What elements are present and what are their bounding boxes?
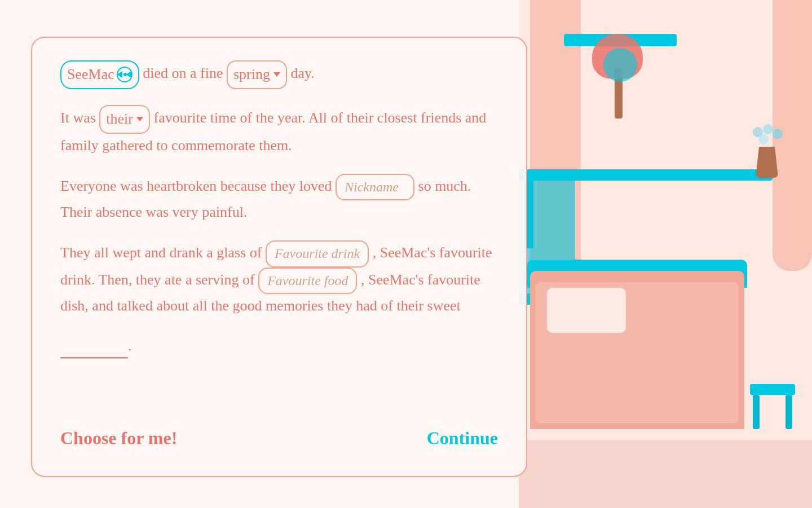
season-select[interactable]: spring xyxy=(227,60,287,89)
background-illustration xyxy=(519,0,812,508)
tree-foliage-2 xyxy=(603,48,637,82)
chevron-down-icon xyxy=(273,72,280,77)
bed-pillow xyxy=(547,288,626,333)
card-footer: Choose for me! Continue xyxy=(60,412,498,453)
name-badge[interactable]: SeeMac xyxy=(60,60,139,89)
paragraph-3: Everyone was heartbroken because they lo… xyxy=(60,174,498,225)
text-heartbroken: Everyone was heartbroken because they lo… xyxy=(60,177,336,194)
season-value: spring xyxy=(233,63,270,87)
text-they-wept: They all wept and drank a glass of xyxy=(60,244,266,261)
desk-surface xyxy=(519,169,773,181)
choose-for-me-button[interactable]: Choose for me! xyxy=(60,423,177,453)
drink-input[interactable]: Favourite drink xyxy=(266,240,369,268)
stool-leg-1 xyxy=(753,395,760,429)
story-card: SeeMac died on a fine spring day. It was… xyxy=(31,37,527,477)
nickname-input[interactable]: Nickname xyxy=(336,174,414,201)
flower-4 xyxy=(758,134,769,144)
continue-button[interactable]: Continue xyxy=(427,423,498,453)
paragraph-4: They all wept and drank a glass of Favou… xyxy=(60,240,498,318)
pronoun-value: their xyxy=(106,107,133,132)
flower-2 xyxy=(763,124,773,134)
stool-top xyxy=(750,384,795,395)
paragraph-1: SeeMac died on a fine spring day. xyxy=(60,60,498,89)
period: . xyxy=(128,338,132,354)
flower-3 xyxy=(773,129,783,139)
food-input[interactable]: Favourite food xyxy=(258,268,357,295)
story-text: SeeMac died on a fine spring day. It was… xyxy=(60,60,498,412)
pronoun-chevron-icon xyxy=(136,117,143,121)
stool xyxy=(744,384,801,440)
blank-line-para: . xyxy=(60,334,498,358)
pronoun-select[interactable]: their xyxy=(99,105,150,134)
text-it-was: It was xyxy=(60,110,99,126)
dot-icon xyxy=(123,73,127,76)
text-died-on: died on a fine xyxy=(143,65,227,81)
blank-input[interactable] xyxy=(60,347,128,358)
name-text: SeeMac xyxy=(67,63,114,87)
paragraph-2: It was their favourite time of the year.… xyxy=(60,105,498,158)
stool-leg-2 xyxy=(785,395,792,429)
text-day: day. xyxy=(290,65,314,81)
flowers xyxy=(747,124,787,152)
floor xyxy=(519,440,812,508)
room-bg xyxy=(519,0,812,508)
back-arrow-icon[interactable] xyxy=(117,67,133,82)
